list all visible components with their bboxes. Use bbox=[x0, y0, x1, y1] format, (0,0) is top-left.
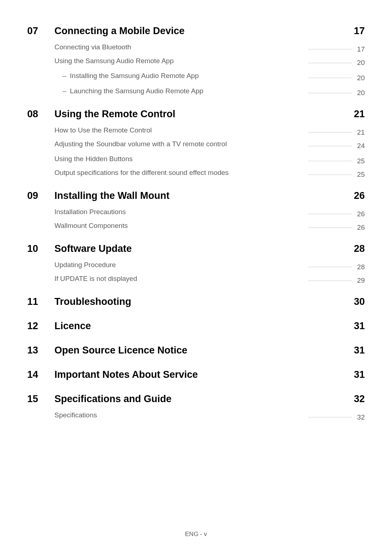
leader-dash bbox=[308, 175, 352, 175]
toc-sub-subitem[interactable]: –Launching the Samsung Audio Remote App2… bbox=[54, 87, 365, 97]
section-title: Installing the Wall Mount bbox=[54, 190, 170, 201]
section-title-row[interactable]: Specifications and Guide32 bbox=[54, 393, 365, 405]
section-number: 15 bbox=[27, 393, 54, 405]
toc-subitem[interactable]: Using the Samsung Audio Remote App20 bbox=[54, 57, 365, 67]
leader-line: 20 bbox=[177, 59, 365, 67]
toc-subitem[interactable]: How to Use the Remote Control21 bbox=[54, 126, 365, 136]
leader-line: 20 bbox=[202, 74, 365, 82]
subitem-page: 29 bbox=[355, 277, 365, 285]
leader-line: 26 bbox=[129, 210, 365, 218]
subitem-text: Connecting via Bluetooth bbox=[54, 43, 131, 51]
toc-subitem[interactable]: Adjusting the Soundbar volume with a TV … bbox=[54, 140, 365, 150]
section-content: Specifications and Guide32Specifications… bbox=[54, 393, 365, 426]
section-content: Open Source Licence Notice31 bbox=[54, 345, 365, 363]
subitem-page: 28 bbox=[355, 263, 365, 271]
section-page: 30 bbox=[354, 296, 365, 307]
leader-dash bbox=[308, 78, 352, 78]
section-title-row[interactable]: Using the Remote Control21 bbox=[54, 109, 365, 120]
leader-line: 26 bbox=[131, 224, 365, 232]
toc-subitem[interactable]: If UPDATE is not displayed29 bbox=[54, 275, 365, 285]
section-number: 07 bbox=[27, 25, 54, 37]
leader-dash bbox=[308, 63, 352, 63]
toc-section: 10Software Update28Updating Procedure28I… bbox=[27, 243, 365, 290]
subitem-text: If UPDATE is not displayed bbox=[54, 275, 137, 283]
subitem-text: Updating Procedure bbox=[54, 261, 116, 269]
leader-dash bbox=[308, 49, 352, 49]
section-title: Software Update bbox=[54, 243, 132, 254]
toc-section: 08Using the Remote Control21How to Use t… bbox=[27, 109, 365, 184]
section-page: 31 bbox=[354, 345, 365, 356]
section-content: Software Update28Updating Procedure28If … bbox=[54, 243, 365, 290]
table-of-contents: 07Connecting a Mobile Device17Connecting… bbox=[27, 22, 365, 429]
section-title: Important Notes About Service bbox=[54, 369, 198, 380]
leader-dash bbox=[308, 146, 352, 146]
toc-section: 13Open Source Licence Notice31 bbox=[27, 345, 365, 363]
section-content: Connecting a Mobile Device17Connecting v… bbox=[54, 25, 365, 102]
dash-icon: – bbox=[62, 72, 66, 80]
section-page: 32 bbox=[354, 393, 365, 405]
toc-section: 15Specifications and Guide32Specificatio… bbox=[27, 393, 365, 426]
section-page: 26 bbox=[354, 190, 365, 201]
leader-dash bbox=[308, 93, 352, 93]
leader-line: 25 bbox=[232, 171, 365, 179]
section-title-row[interactable]: Software Update28 bbox=[54, 243, 365, 254]
section-number: 11 bbox=[27, 296, 54, 307]
section-number: 13 bbox=[27, 345, 54, 356]
toc-subitem[interactable]: Installation Precautions26 bbox=[54, 208, 365, 218]
sub-subitem-text: Launching the Samsung Audio Remote App bbox=[70, 87, 204, 95]
section-number: 10 bbox=[27, 243, 54, 254]
subitem-text: How to Use the Remote Control bbox=[54, 126, 152, 134]
section-content: Important Notes About Service31 bbox=[54, 369, 365, 387]
sub-subitem-page: 20 bbox=[355, 89, 365, 97]
subitem-text: Adjusting the Soundbar volume with a TV … bbox=[54, 140, 227, 148]
dash-icon: – bbox=[62, 87, 66, 95]
section-title-row[interactable]: Installing the Wall Mount26 bbox=[54, 190, 365, 201]
toc-subitem[interactable]: Using the Hidden Buttons25 bbox=[54, 155, 365, 165]
section-title-row[interactable]: Connecting a Mobile Device17 bbox=[54, 25, 365, 37]
section-title-row[interactable]: Troubleshooting30 bbox=[54, 296, 365, 307]
section-title: Connecting a Mobile Device bbox=[54, 25, 185, 37]
section-title-row[interactable]: Licence31 bbox=[54, 320, 365, 332]
section-number: 08 bbox=[27, 109, 54, 120]
toc-subitem[interactable]: Specifications32 bbox=[54, 411, 365, 421]
toc-subitem[interactable]: Output specifications for the different … bbox=[54, 169, 365, 179]
section-title: Licence bbox=[54, 320, 91, 332]
subitem-page: 20 bbox=[355, 59, 365, 67]
subitem-page: 17 bbox=[355, 45, 365, 53]
leader-dash bbox=[308, 132, 352, 132]
toc-section: 09Installing the Wall Mount26Installatio… bbox=[27, 190, 365, 237]
toc-section: 07Connecting a Mobile Device17Connecting… bbox=[27, 25, 365, 102]
section-content: Licence31 bbox=[54, 320, 365, 338]
leader-dash bbox=[308, 281, 352, 281]
sub-subitem-text: Installing the Samsung Audio Remote App bbox=[70, 72, 199, 80]
toc-subitem[interactable]: Connecting via Bluetooth17 bbox=[54, 43, 365, 53]
leader-line: 29 bbox=[141, 277, 365, 285]
section-title: Specifications and Guide bbox=[54, 393, 172, 405]
sub-subitem-page: 20 bbox=[355, 74, 365, 82]
leader-dash bbox=[308, 267, 352, 267]
section-title-row[interactable]: Important Notes About Service31 bbox=[54, 369, 365, 380]
subitem-page: 26 bbox=[355, 210, 365, 218]
subitem-text: Output specifications for the different … bbox=[54, 169, 229, 177]
leader-line: 28 bbox=[119, 263, 365, 271]
toc-subitem[interactable]: Updating Procedure28 bbox=[54, 261, 365, 271]
subitem-page: 26 bbox=[355, 224, 365, 232]
section-content: Installing the Wall Mount26Installation … bbox=[54, 190, 365, 237]
toc-section: 11Troubleshooting30 bbox=[27, 296, 365, 314]
subitem-page: 21 bbox=[355, 128, 365, 136]
section-title: Using the Remote Control bbox=[54, 109, 175, 120]
subitem-page: 25 bbox=[355, 157, 365, 165]
leader-dash bbox=[308, 417, 352, 417]
toc-subitem[interactable]: Wallmount Components26 bbox=[54, 222, 365, 232]
section-page: 21 bbox=[354, 109, 365, 120]
subitem-text: Wallmount Components bbox=[54, 222, 128, 230]
section-number: 09 bbox=[27, 190, 54, 201]
subitem-page: 24 bbox=[355, 142, 365, 150]
leader-line: 17 bbox=[135, 45, 365, 53]
section-title-row[interactable]: Open Source Licence Notice31 bbox=[54, 345, 365, 356]
subitem-page: 32 bbox=[355, 413, 365, 421]
section-number: 12 bbox=[27, 320, 54, 332]
section-title: Open Source Licence Notice bbox=[54, 345, 187, 356]
toc-sub-subitem[interactable]: –Installing the Samsung Audio Remote App… bbox=[54, 72, 365, 82]
subitem-text: Using the Samsung Audio Remote App bbox=[54, 57, 173, 65]
